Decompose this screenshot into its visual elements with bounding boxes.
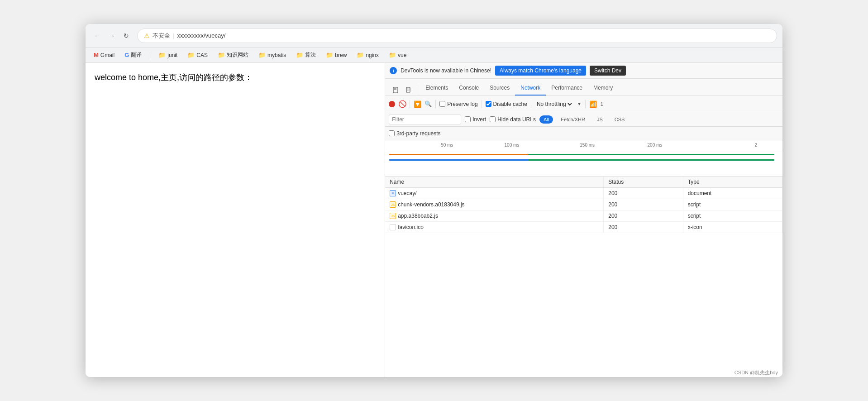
third-party-label[interactable]: 3rd-party requests — [389, 130, 440, 137]
preserve-log-checkbox[interactable] — [439, 101, 445, 107]
timeline-area: 50 ms 100 ms 150 ms 200 ms 2 — [385, 140, 782, 177]
bookmark-nginx-label: nginx — [366, 52, 379, 58]
folder-icon: 📁 — [258, 52, 266, 58]
timeline-mark-100ms: 100 ms — [505, 143, 520, 148]
invert-label[interactable]: Invert — [465, 116, 486, 123]
bookmarks-divider — [150, 51, 150, 59]
translate-label: 翻译 — [131, 51, 142, 59]
script-icon: JS — [390, 201, 396, 208]
bookmark-vue[interactable]: 📁 vue — [385, 50, 410, 60]
bookmark-translate[interactable]: G 翻译 — [121, 50, 145, 60]
network-number: 1 — [601, 101, 603, 107]
filter-tag-css[interactable]: CSS — [610, 115, 629, 124]
bookmark-knowledge[interactable]: 📁 知识网站 — [214, 50, 252, 60]
disable-cache-text: Disable cache — [493, 101, 527, 107]
row-type-vuecay: document — [683, 188, 782, 199]
invert-checkbox[interactable] — [465, 116, 471, 122]
document-icon: ≡ — [390, 190, 396, 196]
col-type[interactable]: Type — [683, 177, 782, 188]
clear-button[interactable]: 🚫 — [399, 100, 406, 108]
bookmark-cas[interactable]: 📁 CAS — [184, 50, 211, 60]
inspect-element-icon[interactable] — [391, 85, 401, 95]
bookmark-mybatis-label: mybatis — [267, 52, 286, 58]
gmail-label: Gmail — [100, 52, 114, 58]
filter-tag-all[interactable]: All — [539, 115, 553, 124]
bookmark-brew[interactable]: 📁 brew — [322, 50, 350, 60]
filter-tag-fetch-xhr[interactable]: Fetch/XHR — [557, 115, 589, 124]
folder-icon: 📁 — [187, 52, 195, 58]
row-status-app: 200 — [604, 210, 683, 222]
device-toolbar-icon[interactable] — [403, 85, 414, 95]
devtools-notification: i DevTools is now available in Chinese! … — [385, 63, 782, 79]
toolbar-divider-4 — [531, 100, 531, 108]
row-name-vendors: JS chunk-vendors.a0183049.js — [385, 199, 604, 210]
tab-memory[interactable]: Memory — [588, 81, 618, 95]
search-button[interactable]: 🔍 — [424, 100, 432, 108]
bookmarks-bar: M Gmail G 翻译 📁 junit 📁 CAS 📁 知识网站 📁 myba… — [86, 48, 782, 63]
timeline-bar-orange — [389, 154, 528, 155]
disable-cache-checkbox[interactable] — [486, 101, 491, 107]
timeline-mark-50ms: 50 ms — [441, 143, 453, 148]
col-status[interactable]: Status — [604, 177, 683, 188]
bookmark-algo[interactable]: 📁 算法 — [292, 50, 320, 60]
third-party-checkbox[interactable] — [389, 130, 395, 136]
record-button[interactable] — [389, 101, 395, 107]
address-bar[interactable]: ⚠ 不安全 | xxxxxxxxx/vuecay/ — [137, 29, 777, 43]
hide-data-urls-label[interactable]: Hide data URLs — [490, 116, 536, 123]
svg-rect-0 — [393, 87, 398, 93]
row-type-app: script — [683, 210, 782, 222]
notification-text: DevTools is now available in Chinese! — [401, 67, 491, 74]
row-type-vendors: script — [683, 199, 782, 210]
bookmark-gmail[interactable]: M Gmail — [90, 50, 118, 60]
throttling-select[interactable]: No throttling Fast 3G Slow 3G Offline — [535, 100, 573, 108]
bookmark-knowledge-label: 知识网站 — [227, 51, 248, 59]
timeline-mark-2: 2 — [755, 143, 758, 148]
row-status-vendors: 200 — [604, 199, 683, 210]
script-icon: JS — [390, 213, 396, 219]
bookmark-nginx[interactable]: 📁 nginx — [353, 50, 382, 60]
folder-icon: 📁 — [296, 52, 303, 58]
forward-button[interactable]: → — [105, 29, 118, 42]
switch-dev-button[interactable]: Switch Dev — [590, 66, 626, 76]
filter-bar: Invert Hide data URLs All Fetch/XHR JS C… — [385, 112, 782, 127]
table-row[interactable]: ≡ vuecay/ 200 document — [385, 188, 782, 199]
timeline-mark-200ms: 200 ms — [648, 143, 663, 148]
network-toolbar: 🚫 🔽 🔍 Preserve log Disable cache No thro… — [385, 96, 782, 112]
chrome-toolbar: ← → ↻ ⚠ 不安全 | xxxxxxxxx/vuecay/ — [86, 24, 782, 48]
nav-buttons: ← → ↻ — [91, 29, 133, 42]
row-filename-favicon: favicon.ico — [398, 224, 424, 230]
tab-elements[interactable]: Elements — [420, 81, 453, 95]
tab-network[interactable]: Network — [515, 81, 546, 95]
bookmark-cas-label: CAS — [196, 52, 208, 58]
back-button[interactable]: ← — [91, 29, 104, 42]
filter-input[interactable] — [389, 115, 461, 124]
toolbar-divider-2 — [435, 100, 436, 108]
table-row[interactable]: favicon.ico 200 x-icon — [385, 222, 782, 233]
filter-toggle-button[interactable]: 🔽 — [414, 100, 421, 108]
table-row[interactable]: JS app.a38bbab2.js 200 script — [385, 210, 782, 222]
requests-table: Name Status Type ≡ vuecay/ — [385, 177, 782, 233]
table-row[interactable]: JS chunk-vendors.a0183049.js 200 script — [385, 199, 782, 210]
preserve-log-text: Preserve log — [447, 101, 477, 107]
tab-console[interactable]: Console — [453, 81, 484, 95]
bookmark-brew-label: brew — [335, 52, 347, 58]
tab-performance[interactable]: Performance — [546, 81, 588, 95]
col-name[interactable]: Name — [385, 177, 604, 188]
timeline-bars — [385, 150, 782, 176]
bookmark-mybatis[interactable]: 📁 mybatis — [255, 50, 290, 60]
hide-data-urls-checkbox[interactable] — [490, 116, 496, 122]
bookmark-junit[interactable]: 📁 junit — [155, 50, 181, 60]
row-status-vuecay: 200 — [604, 188, 683, 199]
filter-tag-js[interactable]: JS — [593, 115, 607, 124]
disable-cache-label[interactable]: Disable cache — [486, 101, 527, 107]
security-warning-icon: ⚠ — [144, 32, 150, 39]
toolbar-divider-5 — [585, 100, 586, 108]
devtools-tab-icons — [388, 85, 417, 95]
reload-button[interactable]: ↻ — [120, 29, 133, 42]
timeline-bar-green-1 — [528, 154, 774, 155]
preserve-log-label[interactable]: Preserve log — [439, 101, 477, 107]
row-name-app: JS app.a38bbab2.js — [385, 210, 604, 222]
tab-sources[interactable]: Sources — [484, 81, 515, 95]
gmail-icon: M — [94, 52, 99, 58]
match-language-button[interactable]: Always match Chrome's language — [495, 66, 586, 76]
